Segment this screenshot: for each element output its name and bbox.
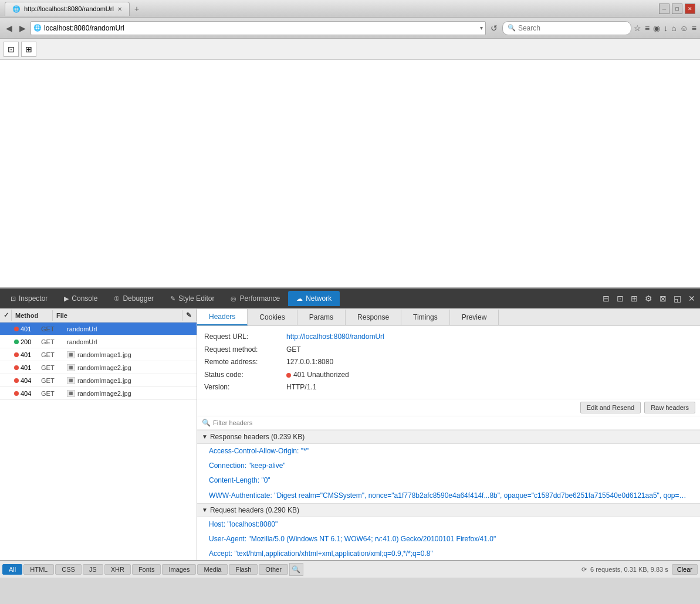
header-name: WWW-Authenticate: [209, 491, 272, 500]
network-rows: 401 GET randomUrl 200 GET randomUrl [0, 323, 197, 560]
tab-console[interactable]: ▶ Console [56, 291, 106, 306]
tab-cookies[interactable]: Cookies [248, 310, 297, 325]
tab-style-editor[interactable]: ✎ Style Editor [162, 291, 222, 306]
row-file: ▦ randomImage1.jpg [65, 351, 197, 358]
tab-network[interactable]: ☁ Network [288, 291, 340, 306]
raw-headers-button[interactable]: Raw headers [644, 402, 695, 413]
request-headers-section[interactable]: ▼ Request headers (0.290 KB) [197, 503, 700, 517]
tab-params[interactable]: Params [297, 310, 346, 325]
network-row[interactable]: 404 GET ▦ randomImage1.jpg [0, 374, 197, 387]
status-dot-red [14, 391, 19, 396]
search-input[interactable] [518, 24, 624, 32]
filter-js-button[interactable]: JS [83, 564, 103, 575]
filter-input[interactable] [213, 419, 695, 426]
devtools-ctrl-settings[interactable]: ⚙ [642, 293, 655, 304]
tab-debugger[interactable]: ① Debugger [106, 291, 162, 306]
active-browser-tab[interactable]: 🌐 http://localhost:8080/randomUrl ✕ [5, 2, 130, 16]
filter-xhr-button[interactable]: XHR [104, 564, 131, 575]
req-status-value: 401 Unauthorized [286, 369, 349, 382]
req-method-label: Request method: [204, 344, 286, 357]
devtools-ctrl-responsive[interactable]: ⊠ [657, 293, 669, 304]
url-bar[interactable]: 🌐 ▾ [31, 21, 486, 35]
row-method: GET [41, 377, 65, 384]
network-row[interactable]: 404 GET ▦ randomImage2.jpg [0, 387, 197, 400]
filter-flash-button[interactable]: Flash [229, 564, 258, 575]
response-headers-section[interactable]: ▼ Response headers (0.239 KB) [197, 430, 700, 444]
status-code: 401 [21, 364, 31, 371]
sync-icon[interactable]: ☺ [680, 23, 688, 33]
url-dropdown-icon[interactable]: ▾ [480, 25, 483, 31]
tab-response[interactable]: Response [346, 310, 401, 325]
devtools-ctrl-split[interactable]: ⊟ [600, 293, 612, 304]
home-icon[interactable]: ⌂ [671, 23, 676, 33]
download-icon[interactable]: ↓ [664, 23, 668, 33]
search-bar[interactable]: 🔍 [502, 21, 631, 35]
header-name: Connection: [209, 462, 246, 470]
browser-content [0, 60, 700, 289]
col-check: ✓ [0, 310, 12, 321]
row-method: GET [41, 351, 65, 358]
status-code: 401 [21, 325, 31, 332]
search-filter-button[interactable]: 🔍 [289, 563, 303, 576]
url-input[interactable] [44, 24, 478, 32]
header-name: Accept: [209, 549, 232, 558]
header-name: Access-Control-Allow-Origin: [209, 447, 299, 455]
status-dot-green [14, 340, 19, 344]
reader-icon[interactable]: ≡ [645, 23, 650, 33]
network-row[interactable]: 200 GET randomUrl [0, 335, 197, 348]
tab-inspector[interactable]: ⊡ Inspector [2, 291, 56, 306]
title-bar: 🌐 http://localhost:8080/randomUrl ✕ + ─ … [0, 0, 700, 18]
toolbar-icon-2[interactable]: ⊞ [21, 42, 36, 57]
toolbar: ⊡ ⊞ [0, 39, 700, 60]
req-method-value: GET [286, 344, 301, 357]
devtools-ctrl-close[interactable]: ✕ [686, 293, 698, 304]
devtools-ctrl-float[interactable]: ⊞ [628, 293, 640, 304]
devtools-ctrl-popout[interactable]: ◱ [671, 293, 684, 304]
network-row[interactable]: 401 GET ▦ randomImage1.jpg [0, 348, 197, 361]
tab-close-icon[interactable]: ✕ [117, 6, 122, 12]
tab-preview[interactable]: Preview [450, 310, 499, 325]
file-icon: ▦ [67, 377, 75, 384]
devtools-ctrl-dock[interactable]: ⊡ [614, 293, 626, 304]
status-dot-red [14, 378, 19, 383]
back-button[interactable]: ◀ [4, 22, 15, 34]
maximize-button[interactable]: □ [672, 4, 682, 14]
request-headers-label: Request headers (0.290 KB) [210, 506, 299, 514]
edit-resend-button[interactable]: Edit and Resend [580, 402, 641, 413]
bookmark-icon[interactable]: ☆ [634, 23, 641, 33]
menu-icon[interactable]: ≡ [692, 23, 696, 33]
toolbar-icon-1[interactable]: ⊡ [4, 42, 19, 57]
network-row[interactable]: 401 GET randomUrl [0, 323, 197, 335]
filter-html-button[interactable]: HTML [23, 564, 54, 575]
pocket-icon[interactable]: ◉ [653, 23, 660, 33]
style-editor-icon: ✎ [170, 295, 175, 303]
header-entry: User-Agent: "Mozilla/5.0 (Windows NT 6.1… [197, 532, 700, 547]
row-file: randomUrl [65, 325, 197, 332]
file-icon: ▦ [67, 364, 75, 371]
clear-button[interactable]: Clear [672, 564, 698, 575]
refresh-button[interactable]: ↺ [488, 22, 500, 34]
tab-timings[interactable]: Timings [401, 310, 450, 325]
tab-headers[interactable]: Headers [197, 309, 248, 325]
file-icon: ▦ [67, 390, 75, 397]
headers-panel: Headers Cookies Params Response Timings … [197, 308, 700, 560]
network-row[interactable]: 401 GET ▦ randomImage2.jpg [0, 361, 197, 374]
row-method: GET [41, 364, 65, 371]
filter-fonts-button[interactable]: Fonts [132, 564, 161, 575]
filter-other-button[interactable]: Other [259, 564, 288, 575]
response-headers-label: Response headers (0.239 KB) [210, 433, 305, 441]
filter-media-button[interactable]: Media [197, 564, 228, 575]
inspector-label: Inspector [19, 294, 48, 303]
filter-all-button[interactable]: All [2, 564, 22, 575]
tab-performance[interactable]: ◎ Performance [222, 291, 288, 306]
filter-css-button[interactable]: CSS [55, 564, 82, 575]
filter-images-button[interactable]: Images [162, 564, 196, 575]
forward-button[interactable]: ▶ [17, 22, 28, 34]
close-button[interactable]: ✕ [685, 4, 695, 14]
row-status: 404 [12, 377, 41, 384]
minimize-button[interactable]: ─ [659, 4, 669, 14]
row-status: 404 [12, 390, 41, 397]
col-method: Method [12, 310, 53, 321]
new-tab-button[interactable]: + [130, 2, 144, 16]
col-edit[interactable]: ✎ [182, 310, 197, 321]
